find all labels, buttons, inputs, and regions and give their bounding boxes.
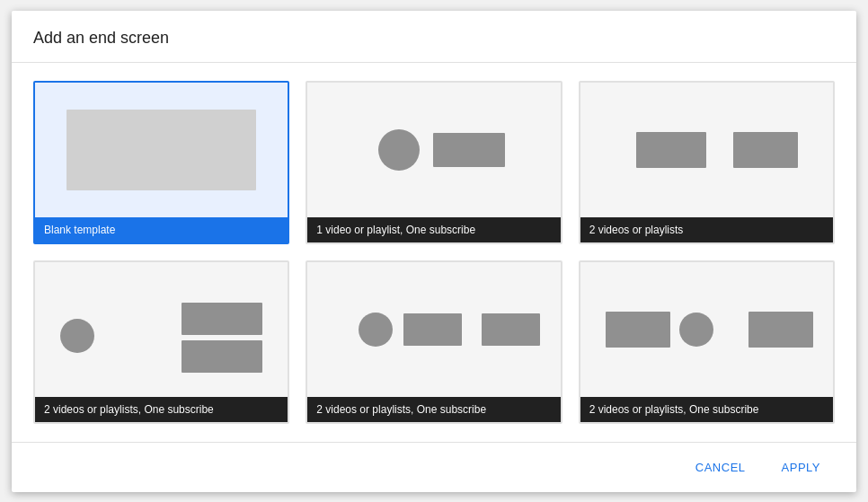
t4-rect-bottom — [182, 340, 262, 373]
template-2videos-label: 2 videos or playlists — [580, 217, 833, 242]
template-1video-1subscribe[interactable]: 1 video or playlist, One subscribe — [306, 81, 562, 244]
templates-grid: Blank template 1 video or playlist, One … — [33, 81, 835, 424]
t3-rect2 — [733, 132, 798, 168]
template-2videos-1subscribe-left[interactable]: 2 videos or playlists, One subscribe — [33, 260, 289, 424]
template-t5-label: 2 videos or playlists, One subscribe — [307, 397, 560, 422]
t4-layout — [35, 262, 288, 397]
t4-rect-top — [182, 303, 262, 335]
dialog-actions: CANCEL APPLY — [12, 442, 856, 492]
template-2videos-1subscribe-right[interactable]: 2 videos or playlists, One subscribe — [579, 260, 835, 424]
cancel-button[interactable]: CANCEL — [681, 454, 760, 481]
t3-rect1 — [636, 132, 706, 168]
template-2videos-preview — [580, 83, 833, 217]
t4-circle — [60, 319, 94, 353]
t5-rect2 — [482, 313, 540, 346]
t5-layout — [307, 262, 560, 397]
dialog-title: Add an end screen — [12, 11, 856, 63]
t2-layout — [307, 83, 560, 217]
add-end-screen-dialog: Add an end screen Blank template 1 video… — [12, 11, 856, 492]
t3-layout — [580, 83, 833, 217]
template-1video-label: 1 video or playlist, One subscribe — [307, 217, 560, 242]
template-blank-label: Blank template — [35, 217, 288, 242]
template-t6-preview — [580, 262, 833, 397]
t2-subscribe-circle — [378, 129, 420, 171]
template-2videos-1subscribe-center[interactable]: 2 videos or playlists, One subscribe — [306, 260, 562, 424]
blank-shape — [66, 110, 256, 190]
t6-layout — [580, 262, 833, 397]
t6-rect1 — [606, 312, 670, 348]
template-blank[interactable]: Blank template — [33, 81, 289, 244]
template-1video-preview — [307, 83, 560, 217]
t2-video-rect — [433, 133, 505, 167]
t6-rect2 — [748, 312, 813, 348]
template-blank-preview — [35, 83, 288, 217]
template-t4-label: 2 videos or playlists, One subscribe — [35, 397, 288, 422]
template-t5-preview — [307, 262, 560, 397]
dialog-content: Blank template 1 video or playlist, One … — [12, 63, 856, 442]
apply-button[interactable]: APPLY — [767, 454, 835, 481]
t5-rect1 — [403, 313, 462, 346]
template-t4-preview — [35, 262, 288, 397]
t5-circle — [359, 313, 393, 347]
t6-circle — [679, 313, 713, 347]
template-t6-label: 2 videos or playlists, One subscribe — [580, 397, 833, 422]
template-2videos[interactable]: 2 videos or playlists — [579, 81, 835, 244]
